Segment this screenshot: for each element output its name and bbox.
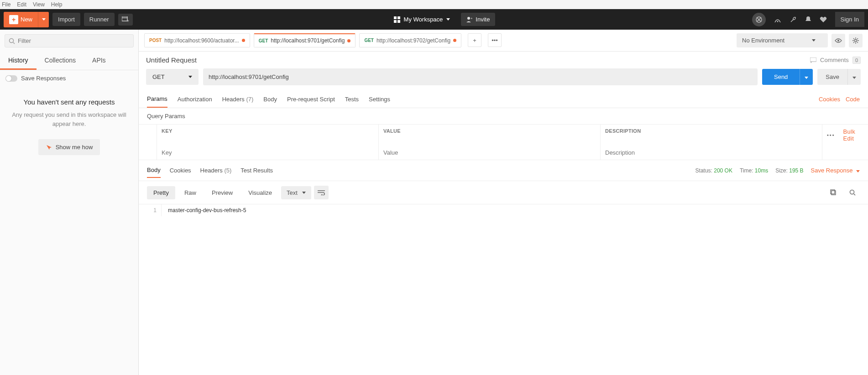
chevron-down-icon	[812, 39, 816, 42]
heart-icon[interactable]	[820, 16, 827, 23]
search-response-button[interactable]	[845, 186, 860, 199]
svg-line-19	[854, 194, 855, 195]
param-row-empty	[139, 146, 868, 160]
subtab-settings[interactable]: Settings	[369, 91, 390, 107]
format-select[interactable]: Text	[281, 186, 311, 199]
request-title-row: Untitled Request Comments 0	[139, 52, 868, 68]
comment-icon	[810, 57, 816, 63]
subtab-tests[interactable]: Tests	[345, 91, 359, 107]
menu-help[interactable]: Help	[51, 1, 63, 8]
view-pretty[interactable]: Pretty	[147, 186, 175, 199]
view-raw[interactable]: Raw	[178, 186, 203, 199]
copy-button[interactable]	[826, 186, 841, 199]
resptab-headers-label: Headers	[200, 167, 223, 174]
resptab-tests[interactable]: Test Results	[241, 163, 273, 177]
response-body: 1 master-config-dev-bus-refresh-5	[139, 204, 868, 216]
sidebar-tabs: History Collections APIs	[0, 52, 138, 70]
subtab-headers-count: (7)	[246, 96, 253, 103]
wrap-lines-button[interactable]	[314, 186, 329, 199]
subtab-body[interactable]: Body	[263, 91, 277, 107]
code-link[interactable]: Code	[846, 96, 860, 103]
svg-text:+: +	[127, 19, 129, 23]
request-tab-1[interactable]: GET http://localhost:9701/getConfig	[254, 33, 356, 47]
env-settings-button[interactable]	[849, 34, 863, 47]
signin-button[interactable]: Sign In	[835, 12, 864, 27]
resptab-headers[interactable]: Headers (5)	[200, 163, 232, 177]
col-actions: ••• Bulk Edit	[822, 125, 868, 146]
chevron-down-icon	[856, 170, 860, 172]
environment-select[interactable]: No Environment	[737, 33, 828, 47]
view-preview[interactable]: Preview	[205, 186, 239, 199]
param-desc-input[interactable]	[605, 149, 817, 156]
svg-point-18	[850, 190, 854, 194]
tab-url: http://localhost:9600/actuator...	[164, 37, 239, 44]
subtab-headers[interactable]: Headers (7)	[222, 91, 254, 107]
view-visualize[interactable]: Visualize	[242, 186, 278, 199]
menu-view[interactable]: View	[33, 1, 45, 8]
send-button-caret[interactable]	[800, 69, 813, 85]
save-response-label: Save Response	[811, 167, 853, 174]
size-label: Size:	[775, 167, 788, 174]
invite-button[interactable]: + Invite	[461, 13, 495, 26]
bell-icon[interactable]	[805, 16, 811, 23]
resptab-cookies[interactable]: Cookies	[170, 163, 191, 177]
runner-button[interactable]: Runner	[84, 13, 115, 26]
more-icon[interactable]: •••	[827, 132, 835, 138]
menu-file[interactable]: File	[2, 1, 10, 8]
subtab-authorization[interactable]: Authorization	[178, 91, 212, 107]
workspace-label: My Workspace	[404, 16, 443, 23]
url-row: GET Send Save	[139, 68, 868, 91]
save-responses-toggle[interactable]	[5, 75, 17, 82]
col-description: DESCRIPTION	[601, 125, 822, 146]
show-me-how-label: Show me how	[56, 144, 93, 151]
format-value: Text	[287, 189, 298, 196]
method-select[interactable]: GET	[146, 69, 199, 85]
satellite-icon[interactable]	[774, 16, 781, 23]
tab-history[interactable]: History	[0, 52, 37, 70]
comments-label[interactable]: Comments	[820, 57, 849, 63]
request-title[interactable]: Untitled Request	[146, 56, 197, 64]
new-window-button[interactable]: +	[118, 14, 133, 26]
workspace-switcher[interactable]: My Workspace	[389, 13, 455, 26]
menu-edit[interactable]: Edit	[17, 1, 26, 8]
save-response-button[interactable]: Save Response	[811, 167, 860, 174]
subtab-params[interactable]: Params	[147, 91, 167, 108]
bulk-edit-link[interactable]: Bulk Edit	[843, 128, 863, 142]
filter-input[interactable]	[18, 37, 130, 44]
resptab-body[interactable]: Body	[147, 163, 161, 178]
env-quicklook-button[interactable]	[831, 34, 845, 47]
cookies-link[interactable]: Cookies	[819, 96, 840, 103]
tab-overflow-button[interactable]: •••	[488, 33, 502, 47]
new-button-caret[interactable]	[38, 12, 49, 27]
wrench-icon[interactable]	[790, 16, 797, 23]
tab-apis[interactable]: APIs	[84, 52, 114, 70]
subtab-prerequest[interactable]: Pre-request Script	[287, 91, 335, 107]
status-value: 200 OK	[714, 167, 732, 174]
person-plus-icon: +	[466, 16, 473, 23]
import-button[interactable]: Import	[52, 13, 80, 26]
save-button-caret[interactable]	[847, 69, 861, 85]
capture-icon[interactable]	[752, 13, 766, 26]
invite-label: Invite	[476, 16, 490, 23]
param-value-input[interactable]	[383, 149, 596, 156]
filter-box[interactable]	[5, 34, 134, 47]
tab-collections[interactable]: Collections	[37, 52, 84, 70]
subtab-headers-label: Headers	[222, 96, 245, 103]
new-tab-button[interactable]: +	[468, 33, 481, 47]
size-value: 195 B	[789, 167, 803, 174]
request-tab-2[interactable]: GET http://localhost:9702/getConfig	[359, 33, 461, 47]
request-tab-0[interactable]: POST http://localhost:9600/actuator...	[144, 33, 250, 47]
response-line-1[interactable]: master-config-dev-bus-refresh-5	[162, 204, 252, 216]
tab-method: GET	[259, 38, 268, 43]
new-button[interactable]: + New	[4, 12, 38, 27]
grid-icon	[394, 16, 400, 23]
param-key-input[interactable]	[162, 149, 374, 156]
search-icon	[9, 38, 15, 44]
os-menubar: File Edit View Help	[0, 0, 868, 9]
dirty-dot-icon	[242, 39, 245, 42]
url-input[interactable]	[203, 68, 758, 85]
send-button[interactable]: Send	[762, 69, 800, 85]
save-button[interactable]: Save	[817, 69, 847, 85]
show-me-how-button[interactable]: Show me how	[38, 139, 100, 155]
save-responses-row: Save Responses	[0, 70, 138, 86]
